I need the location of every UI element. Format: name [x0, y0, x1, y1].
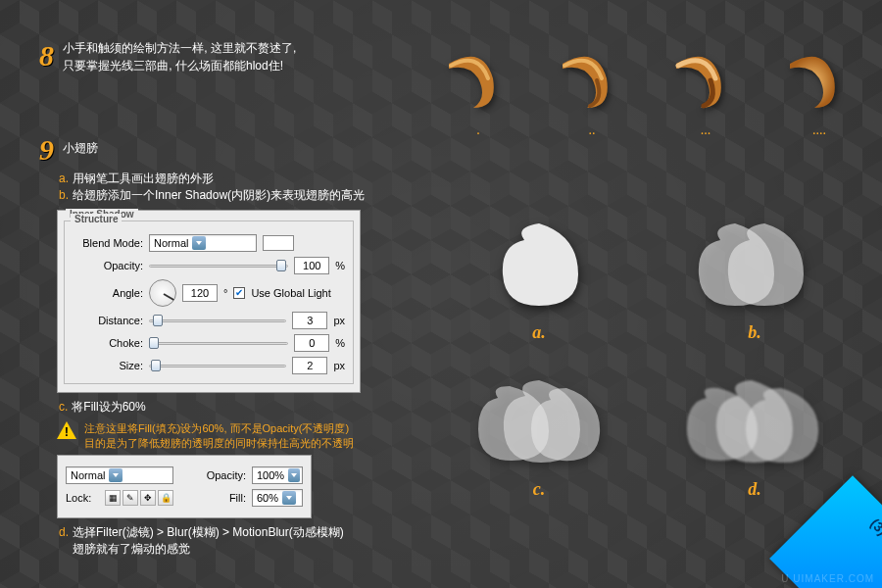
- step-8: 8 小手和触须的绘制方法一样, 这里就不赘述了, 只要掌握光线三部曲, 什么场面…: [39, 39, 843, 74]
- watermark: U UIMAKER.COM: [781, 573, 874, 584]
- warning-icon: !: [57, 421, 76, 439]
- choke-input[interactable]: 0: [294, 334, 329, 352]
- distance-input[interactable]: 3: [292, 312, 327, 329]
- layer-options-panel: Normal Opacity: 100% Lock: ▦ ✎ ✥ 🔒 Fill:: [57, 455, 312, 518]
- chevron-down-icon: [109, 468, 122, 482]
- lock-pixels-icon[interactable]: ✎: [122, 490, 138, 506]
- blend-mode-row: Blend Mode: Normal: [73, 234, 345, 252]
- layer-opacity-input[interactable]: 100%: [252, 466, 303, 484]
- choke-row: Choke: 0 %: [73, 334, 345, 352]
- angle-input[interactable]: 120: [182, 284, 218, 302]
- size-input[interactable]: 2: [292, 357, 327, 374]
- step-8-number: 8: [39, 39, 54, 73]
- angle-row: Angle: 120 ° ✔ Use Global Light: [73, 279, 345, 307]
- size-slider[interactable]: [149, 361, 286, 370]
- distance-row: Distance: 3 px: [73, 312, 345, 329]
- chevron-down-icon: [192, 236, 206, 250]
- distance-slider[interactable]: [149, 316, 286, 325]
- inner-shadow-panel: Inner Shadow Structure Blend Mode: Norma…: [57, 210, 361, 393]
- step-9-number: 9: [39, 133, 54, 167]
- step-9b: b.给翅膀添加一个Inner Shadow(内阴影)来表现翅膀的高光: [59, 187, 843, 204]
- step-9a: a.用钢笔工具画出翅膀的外形: [59, 171, 843, 187]
- step-9c: c.将Fill设为60%: [59, 399, 843, 416]
- size-row: Size: 2 px: [73, 357, 345, 374]
- opacity-slider[interactable]: [149, 261, 288, 270]
- chevron-down-icon: [288, 468, 300, 482]
- angle-dial[interactable]: [149, 279, 176, 307]
- opacity-input[interactable]: 100: [294, 257, 329, 274]
- step-8-text: 小手和触须的绘制方法一样, 这里就不赘述了, 只要掌握光线三部曲, 什么场面都能…: [63, 39, 296, 74]
- step-9: 9 小翅膀 a.用钢笔工具画出翅膀的外形 b.给翅膀添加一个Inner Shad…: [39, 133, 843, 558]
- lock-all-icon[interactable]: 🔒: [158, 490, 173, 506]
- lock-position-icon[interactable]: ✥: [140, 490, 156, 506]
- layer-fill-input[interactable]: 60%: [252, 489, 303, 507]
- warning-note: ! 注意这里将Fill(填充)设为60%, 而不是Opacity(不透明度) 目…: [57, 421, 370, 451]
- lock-icons[interactable]: ▦ ✎ ✥ 🔒: [105, 490, 173, 506]
- step-9-title: 小翅膀: [63, 133, 98, 163]
- use-global-light-checkbox[interactable]: ✔: [233, 287, 245, 299]
- blend-mode-select[interactable]: Normal: [149, 234, 257, 252]
- opacity-row: Opacity: 100 %: [73, 257, 345, 274]
- choke-slider[interactable]: [149, 338, 288, 348]
- lock-transparency-icon[interactable]: ▦: [105, 490, 121, 506]
- step-9d: d.选择Filter(滤镜) > Blur(模糊) > MotionBlur(动…: [59, 524, 843, 558]
- color-swatch[interactable]: [263, 235, 294, 251]
- chevron-down-icon: [282, 491, 296, 505]
- layer-blend-select[interactable]: Normal: [66, 466, 173, 484]
